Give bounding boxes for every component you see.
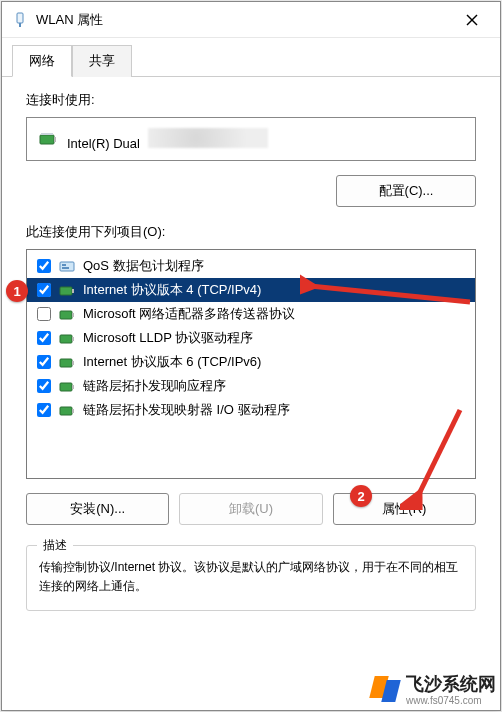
svg-rect-21 (72, 409, 74, 413)
list-item[interactable]: Internet 协议版本 4 (TCP/IPv4) (27, 278, 475, 302)
list-item[interactable]: Internet 协议版本 6 (TCP/IPv6) (27, 350, 475, 374)
protocol-icon (59, 282, 75, 298)
list-item[interactable]: QoS 数据包计划程序 (27, 254, 475, 278)
item-action-row: 安装(N)... 卸载(U) 属性(R) (26, 493, 476, 525)
uninstall-button[interactable]: 卸载(U) (179, 493, 322, 525)
protocol-icon (59, 402, 75, 418)
svg-rect-5 (41, 133, 53, 135)
svg-rect-4 (40, 135, 54, 144)
description-header: 描述 (37, 537, 73, 554)
svg-rect-17 (72, 361, 74, 365)
list-item[interactable]: 链路层拓扑发现映射器 I/O 驱动程序 (27, 398, 475, 422)
svg-rect-9 (62, 267, 69, 269)
tab-sharing[interactable]: 共享 (72, 45, 132, 77)
svg-rect-15 (72, 337, 74, 341)
item-label: Microsoft LLDP 协议驱动程序 (83, 329, 465, 347)
svg-rect-18 (60, 383, 72, 391)
item-checkbox[interactable] (37, 283, 51, 297)
protocol-icon (59, 306, 75, 322)
item-checkbox[interactable] (37, 355, 51, 369)
description-text: 传输控制协议/Internet 协议。该协议是默认的广域网络协议，用于在不同的相… (39, 558, 463, 596)
network-adapter-icon (12, 12, 28, 28)
svg-rect-16 (60, 359, 72, 367)
watermark-logo-icon (370, 674, 400, 704)
adapter-name: Intel(R) Dual (67, 128, 463, 151)
titlebar: WLAN 属性 (2, 2, 500, 38)
svg-rect-19 (72, 385, 74, 389)
watermark: 飞沙系统网 www.fs0745.com (370, 672, 496, 706)
list-item[interactable]: Microsoft 网络适配器多路传送器协议 (27, 302, 475, 326)
item-checkbox[interactable] (37, 379, 51, 393)
connect-using-label: 连接时使用: (26, 91, 476, 109)
annotation-badge-1: 1 (6, 280, 28, 302)
watermark-text: 飞沙系统网 www.fs0745.com (406, 672, 496, 706)
item-checkbox[interactable] (37, 331, 51, 345)
svg-rect-14 (60, 335, 72, 343)
wlan-properties-dialog: WLAN 属性 网络 共享 连接时使用: Intel(R) Dual (1, 1, 501, 711)
adapter-name-text: Intel(R) Dual (67, 136, 140, 151)
tab-content: 连接时使用: Intel(R) Dual 配置(C)... 此连接使用下列项目(… (2, 77, 500, 710)
protocol-icon (59, 330, 75, 346)
tab-network[interactable]: 网络 (12, 45, 72, 77)
qos-icon (59, 258, 75, 274)
install-button[interactable]: 安装(N)... (26, 493, 169, 525)
items-label: 此连接使用下列项目(O): (26, 223, 476, 241)
item-checkbox[interactable] (37, 259, 51, 273)
window-title: WLAN 属性 (36, 11, 452, 29)
annotation-badge-2: 2 (350, 485, 372, 507)
description-group: 描述 传输控制协议/Internet 协议。该协议是默认的广域网络协议，用于在不… (26, 545, 476, 611)
configure-row: 配置(C)... (26, 175, 476, 207)
close-button[interactable] (452, 5, 492, 35)
svg-rect-1 (19, 23, 21, 27)
item-label: Microsoft 网络适配器多路传送器协议 (83, 305, 465, 323)
item-label: Internet 协议版本 4 (TCP/IPv4) (83, 281, 465, 299)
item-label: Internet 协议版本 6 (TCP/IPv6) (83, 353, 465, 371)
protocol-icon (59, 354, 75, 370)
svg-rect-13 (72, 313, 74, 317)
connection-items-list[interactable]: QoS 数据包计划程序Internet 协议版本 4 (TCP/IPv4)Mic… (26, 249, 476, 479)
item-checkbox[interactable] (37, 403, 51, 417)
close-icon (466, 14, 478, 26)
protocol-icon (59, 378, 75, 394)
list-item[interactable]: 链路层拓扑发现响应程序 (27, 374, 475, 398)
configure-button[interactable]: 配置(C)... (336, 175, 476, 207)
list-item[interactable]: Microsoft LLDP 协议驱动程序 (27, 326, 475, 350)
svg-rect-11 (72, 289, 74, 293)
item-label: 链路层拓扑发现映射器 I/O 驱动程序 (83, 401, 465, 419)
svg-rect-0 (17, 13, 23, 23)
redacted-text (148, 128, 268, 148)
item-checkbox[interactable] (37, 307, 51, 321)
svg-rect-6 (54, 137, 56, 142)
watermark-url: www.fs0745.com (406, 696, 496, 706)
tab-strip: 网络 共享 (2, 38, 500, 77)
svg-rect-12 (60, 311, 72, 319)
svg-rect-10 (60, 287, 72, 295)
item-label: 链路层拓扑发现响应程序 (83, 377, 465, 395)
adapter-box: Intel(R) Dual (26, 117, 476, 161)
svg-rect-20 (60, 407, 72, 415)
item-label: QoS 数据包计划程序 (83, 257, 465, 275)
watermark-name: 飞沙系统网 (406, 674, 496, 694)
svg-rect-7 (60, 262, 74, 271)
svg-rect-8 (62, 264, 66, 266)
adapter-card-icon (39, 130, 57, 148)
